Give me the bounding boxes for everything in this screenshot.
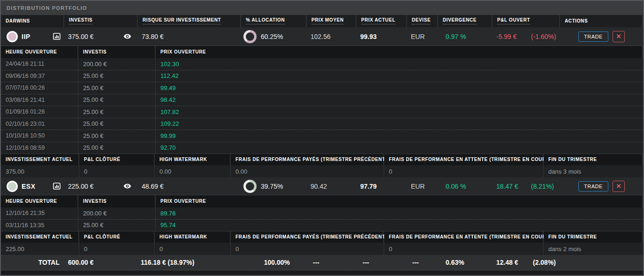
eye-icon[interactable] [123, 34, 131, 39]
prix-moyen-value: 102.56 [311, 33, 331, 40]
distribution-portfolio-panel: DISTRIBUTION PORTFOLIO DARWINS INVESTIS … [0, 0, 644, 276]
subcol-prix-label: PRIX OUVERTURE [160, 199, 206, 204]
seccol-frais-attente: FRAIS DE PERFORMANCE EN ATTENTE (TRIMEST… [384, 154, 544, 165]
col-divergence[interactable]: DIVERGENCE [438, 15, 492, 27]
seccol-frais-payes: FRAIS DE PERFORMANCE PAYÉS (TRIMESTRE PR… [231, 231, 384, 243]
summary-hwm: 0.00 [159, 168, 171, 175]
position-row: 12/10/16 21:35 200.00 € 89.76 [1, 207, 643, 220]
subcol-heure: HEURE OUVERTURE [1, 46, 78, 58]
summary-frais-payes-cell: 0.00 [231, 165, 384, 177]
seccol-hwm-label: HIGH WATERMARK [159, 235, 207, 239]
darwin-name[interactable]: ESX [22, 183, 36, 190]
col-risque[interactable]: RISQUE SUR INVESTISSEMENT [138, 15, 241, 27]
col-pl-ouvert[interactable]: P&L OUVERT [492, 15, 560, 27]
prix-moyen-value: 90.42 [311, 183, 327, 190]
position-heure: 07/07/16 00:26 [6, 84, 45, 91]
position-heure-cell: 03/08/16 21:41 [1, 94, 78, 106]
prix-actuel-value: 97.79 [360, 183, 377, 190]
summary-hwm-cell: 0 [155, 243, 231, 255]
position-row: 10/10/16 10:50 25.00 € 99.99 [1, 130, 643, 142]
risque-cell: 73.80 € [138, 27, 241, 46]
position-investis-cell: 25.00 € [78, 118, 156, 130]
devise-value: EUR [411, 33, 425, 40]
summary-frais-attente: 0 [389, 168, 392, 175]
position-prix-cell: 112.42 [156, 70, 643, 82]
subcol-investis: INVESTIS [78, 46, 156, 58]
seccol-frais-payes: FRAIS DE PERFORMANCE PAYÉS (TRIMESTRE PR… [231, 154, 384, 165]
position-prix: 95.74 [160, 222, 176, 229]
col-pl-ouvert-label: P&L OUVERT [497, 18, 530, 24]
summary-pl-cloture-cell: 0 [79, 165, 155, 177]
summary-frais-payes: 0.00 [235, 168, 247, 175]
position-heure: 24/04/16 21:11 [6, 61, 44, 67]
col-prix-moyen[interactable]: PRIX MOYEN [307, 15, 356, 27]
total-actions-cell [560, 255, 643, 270]
devise-cell: EUR [407, 27, 438, 46]
prix-actuel-cell: 97.79 [356, 177, 407, 195]
seccol-investissement: INVESTISSEMENT ACTUEL [1, 154, 79, 165]
summary-values-row: 225.00 0 0 0 0 dans 2 mois [1, 243, 643, 255]
position-investis-cell: 25.00 € [78, 82, 156, 94]
total-allocation-cell: 100.00% [241, 255, 307, 270]
position-row: 09/06/16 09:37 25.00 € 112.42 [1, 70, 643, 83]
divergence-value: 0.06 % [446, 183, 466, 190]
summary-values-row: 375.00 0 0.00 0.00 0 dans 3 mois [1, 165, 643, 177]
summary-hwm-cell: 0.00 [155, 165, 231, 177]
col-risque-label: RISQUE SUR INVESTISSEMENT [143, 18, 221, 24]
col-allocation[interactable]: % ALLOCATION [241, 15, 307, 27]
panel-titlebar: DISTRIBUTION PORTFOLIO [1, 1, 643, 15]
chart-icon[interactable] [53, 33, 61, 40]
position-heure-cell: 07/07/16 00:26 [1, 82, 78, 94]
seccol-pl-cloture-label: P&L CLÔTURÉ [84, 235, 121, 239]
position-prix: 107.82 [160, 108, 179, 115]
seccol-frais-payes-label: FRAIS DE PERFORMANCE PAYÉS (TRIMESTRE PR… [235, 235, 387, 239]
position-heure-cell: 03/11/16 13:35 [1, 220, 78, 231]
divergence-cell: 0.97 % [438, 27, 492, 46]
seccol-pl-cloture: P&L CLÔTURÉ [79, 154, 155, 165]
close-position-button[interactable]: ✕ [613, 181, 625, 192]
investis-value: 375.00 € [68, 33, 94, 40]
position-investis: 25.00 € [83, 72, 103, 79]
investis-cell: 375.00 € [64, 27, 138, 46]
col-darwins-label: DARWINS [6, 19, 30, 23]
summary-frais-attente-cell: 0 [384, 165, 544, 177]
total-divergence-cell: 0.63% [438, 255, 492, 270]
allocation-cell: 39.75% [241, 177, 307, 195]
col-allocation-label: % ALLOCATION [246, 18, 285, 24]
seccol-hwm: HIGH WATERMARK [155, 154, 231, 165]
summary-pl-cloture-cell: 0 [79, 243, 155, 255]
darwin-name[interactable]: IIP [22, 33, 30, 40]
col-investis[interactable]: INVESTIS [64, 15, 138, 27]
positions-header-row: HEURE OUVERTURE INVESTIS PRIX OUVERTURE [1, 195, 643, 207]
col-prix-actuel[interactable]: PRIX ACTUEL [356, 15, 407, 27]
position-investis-cell: 25.00 € [78, 70, 156, 82]
close-position-button[interactable]: ✕ [613, 31, 625, 42]
seccol-fin-trimestre-label: FIN DU TRIMESTRE [548, 157, 597, 162]
seccol-investissement-label: INVESTISSEMENT ACTUEL [6, 157, 73, 162]
summary-investissement-cell: 375.00 [1, 165, 79, 177]
eye-icon[interactable] [123, 184, 131, 189]
col-devise[interactable]: DEVISE [407, 15, 438, 27]
position-investis-cell: 200.00 € [78, 58, 156, 70]
darwin-avatar[interactable] [7, 181, 18, 192]
total-investis: 600.00 € [68, 259, 94, 266]
subcol-heure-label: HEURE OUVERTURE [6, 50, 57, 54]
darwin-avatar[interactable] [7, 31, 18, 42]
chart-icon[interactable] [53, 183, 61, 190]
total-prix-moyen: --- [313, 259, 319, 266]
subcol-investis-label: INVESTIS [83, 199, 106, 204]
pl-ouvert-cell: 18.47 € (8.21%) [492, 177, 560, 195]
seccol-frais-payes-label: FRAIS DE PERFORMANCE PAYÉS (TRIMESTRE PR… [235, 157, 387, 162]
position-prix: 112.42 [160, 72, 179, 79]
trade-button[interactable]: TRADE [578, 181, 608, 192]
position-investis: 200.00 € [83, 210, 107, 217]
position-row: 07/07/16 00:26 25.00 € 99.49 [1, 82, 643, 94]
seccol-pl-cloture-label: P&L CLÔTURÉ [84, 157, 121, 162]
total-row: TOTAL 600.00 € 116.18 € (18.97%) 100.00%… [1, 255, 643, 270]
subcol-prix-label: PRIX OUVERTURE [160, 50, 206, 54]
position-prix: 89.76 [160, 210, 176, 217]
trade-button[interactable]: TRADE [578, 31, 608, 42]
position-prix: 98.42 [160, 96, 176, 103]
allocation-donut [243, 30, 257, 43]
position-prix-cell: 102.30 [156, 58, 643, 70]
